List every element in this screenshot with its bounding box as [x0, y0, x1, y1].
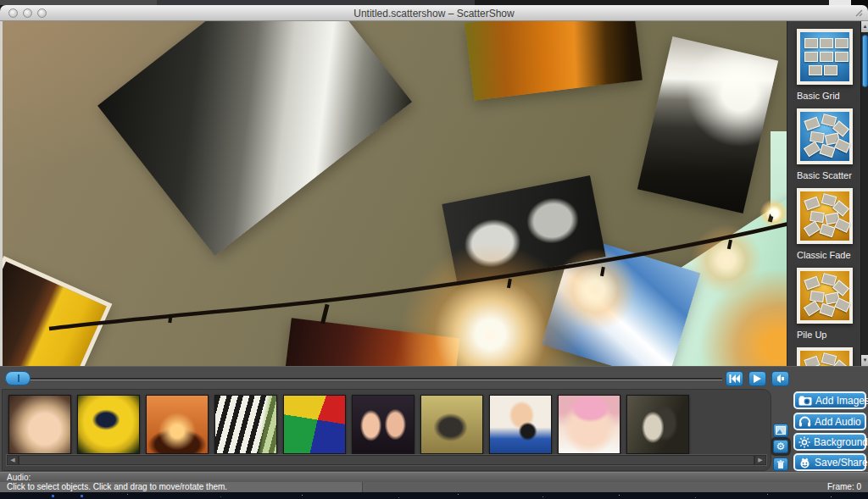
- template-item-classic-fade[interactable]: Classic Fade: [797, 188, 861, 260]
- speaker-icon: [776, 374, 785, 383]
- camera-icon: [798, 396, 812, 406]
- title-bar: Untitled.scattershow – ScatterShow: [0, 5, 868, 21]
- delete-button[interactable]: [773, 457, 788, 471]
- skip-to-start-icon: [729, 374, 740, 383]
- template-preview-basic-scatter: [797, 108, 853, 164]
- template-label: Basic Grid: [797, 91, 861, 101]
- template-preview-basic-grid: [797, 29, 853, 85]
- desktop-stars: [0, 492, 1, 493]
- template-preview-pile-up: [797, 268, 853, 324]
- photo-object-autumn[interactable]: [465, 21, 643, 101]
- media-thumbnail-couple-field[interactable]: [420, 395, 483, 454]
- media-thumbnail-sunflower-butterfly[interactable]: [77, 395, 140, 454]
- speaker-button[interactable]: [771, 371, 789, 386]
- scroll-up-icon[interactable]: ▲: [861, 21, 868, 32]
- scroll-left-icon[interactable]: ◀: [8, 456, 18, 464]
- play-icon: [754, 374, 761, 383]
- scroll-down-icon[interactable]: ▼: [861, 355, 868, 366]
- sun-icon: [798, 436, 810, 448]
- control-panel: ◀ ▶ ⚙: [0, 366, 868, 472]
- template-label: Classic Fade: [797, 250, 861, 260]
- image-icon: [776, 426, 786, 435]
- template-label: Pile Up: [797, 330, 861, 340]
- photo-object-dark-ember[interactable]: [283, 318, 460, 366]
- timeline-track[interactable]: [5, 378, 722, 380]
- add-audio-label: Add Audio: [815, 416, 861, 428]
- photo-object-bw-landscape[interactable]: [97, 21, 412, 256]
- settings-button[interactable]: ⚙: [773, 440, 788, 453]
- media-thumbnails: [8, 395, 689, 454]
- play-button[interactable]: [748, 371, 766, 386]
- audio-status-bar: Audio:: [0, 472, 868, 482]
- photo-object-yellow-border[interactable]: [0, 256, 112, 366]
- hscrollbar-thumb[interactable]: [19, 456, 754, 464]
- add-images-button[interactable]: Add Images: [793, 391, 866, 409]
- background-image-button[interactable]: [773, 424, 788, 437]
- smiley-crown-icon: [798, 457, 811, 469]
- skip-to-start-button[interactable]: [726, 371, 743, 386]
- hint-text: Click to select objects. Click and drag …: [0, 482, 363, 492]
- trash-icon: [776, 460, 785, 469]
- media-strip-panel: ◀ ▶: [2, 389, 771, 471]
- photo-object-sunset-glare[interactable]: [637, 36, 778, 213]
- gear-icon: ⚙: [776, 441, 786, 452]
- window-title: Untitled.scattershow – ScatterShow: [0, 8, 868, 19]
- template-item-partial[interactable]: [797, 347, 861, 366]
- sidebar-scrollbar[interactable]: ▲ ▼: [860, 21, 868, 366]
- timeline-handle[interactable]: [5, 371, 31, 385]
- template-item-basic-scatter[interactable]: Basic Scatter: [797, 108, 861, 180]
- desktop-background-bottom: [0, 492, 868, 499]
- background-button[interactable]: Background: [793, 433, 866, 451]
- hint-status-bar: Click to select objects. Click and drag …: [0, 482, 868, 492]
- template-preview-partial: [797, 347, 853, 366]
- frame-counter: Frame: 0: [827, 482, 861, 492]
- add-images-label: Add Images: [815, 395, 868, 407]
- save-share-label: Save/Share: [815, 457, 868, 469]
- application-window: Untitled.scattershow – ScatterShow: [0, 0, 868, 499]
- resize-grip-icon[interactable]: [854, 8, 864, 18]
- template-sidebar: Basic Grid Basic Scatter Classic Fade Pi…: [787, 21, 868, 366]
- background-label: Background: [814, 436, 868, 448]
- media-strip-scrollbar[interactable]: ◀ ▶: [6, 454, 767, 466]
- template-item-basic-grid[interactable]: Basic Grid: [797, 29, 861, 101]
- slideshow-preview-canvas[interactable]: [0, 21, 787, 366]
- template-label: Basic Scatter: [797, 170, 861, 180]
- media-thumbnail-two-women[interactable]: [352, 395, 415, 454]
- template-item-pile-up[interactable]: Pile Up: [797, 268, 861, 340]
- save-share-button[interactable]: Save/Share: [793, 453, 866, 471]
- media-thumbnail-embracing-couple[interactable]: [626, 395, 689, 454]
- add-audio-button[interactable]: Add Audio: [793, 413, 866, 430]
- media-thumbnail-zebra[interactable]: [214, 395, 277, 454]
- media-thumbnail-kite[interactable]: [283, 395, 346, 454]
- headphones-icon: [798, 416, 811, 427]
- media-thumbnail-child-portrait[interactable]: [8, 395, 71, 454]
- scrollbar-thumb[interactable]: [862, 35, 868, 87]
- scroll-right-icon[interactable]: ▶: [755, 456, 765, 464]
- template-preview-classic-fade: [797, 188, 853, 244]
- audio-label: Audio:: [7, 473, 31, 482]
- media-thumbnail-camera-woman[interactable]: [489, 395, 552, 454]
- media-thumbnail-party-sunset[interactable]: [146, 395, 209, 454]
- media-thumbnail-baby[interactable]: [558, 395, 620, 454]
